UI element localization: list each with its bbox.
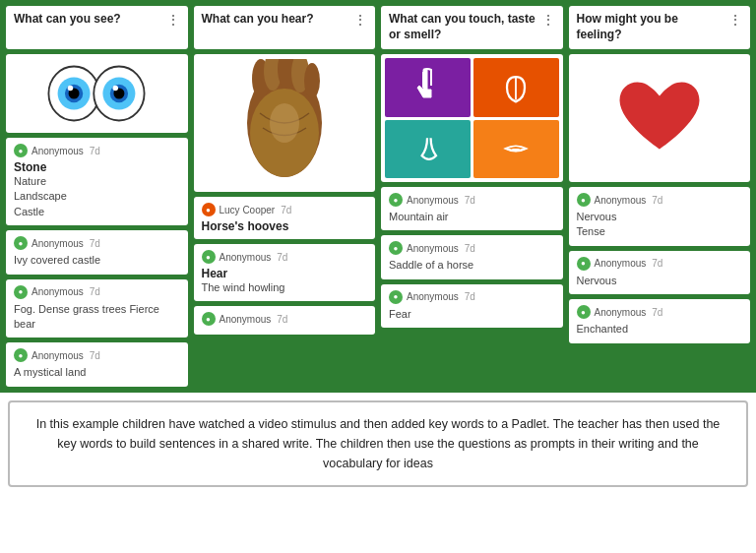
column-feeling: How might you be feeling? ⋮ ● Anonymous … [569, 6, 751, 387]
svg-point-15 [304, 63, 320, 98]
touch-card-2-time: 7d [465, 291, 475, 302]
hear-card-1-body: The wind howling [202, 280, 368, 295]
hear-card-1-title: Hear [202, 267, 368, 280]
hear-card-0-name: Lucy Cooper [220, 205, 276, 215]
see-card-1-time: 7d [90, 238, 100, 249]
column-feeling-header: How might you be feeling? ⋮ [569, 6, 751, 49]
see-card-2: ● Anonymous 7d Fog. Dense grass trees Fi… [6, 279, 188, 338]
see-card-1: ● Anonymous 7d Ivy covered castle [6, 230, 188, 274]
column-hear-title: What can you hear? [202, 12, 350, 28]
column-touch-header: What can you touch, taste or smell? ⋮ [381, 6, 563, 49]
see-card-0-avatar: ● [14, 144, 28, 157]
see-card-2-body: Fog. Dense grass trees Fierce bear [14, 302, 180, 333]
feeling-card-2-body: Enchanted [577, 322, 743, 337]
see-card-1-avatar: ● [14, 236, 28, 250]
sense-touch-icon [385, 58, 471, 117]
svg-point-17 [270, 103, 299, 143]
feeling-card-1-avatar: ● [577, 257, 591, 271]
feeling-card-1-user: ● Anonymous 7d [577, 257, 743, 271]
see-card-3-avatar: ● [14, 348, 28, 362]
column-touch-menu[interactable]: ⋮ [541, 12, 555, 28]
see-card-0-body: NatureLandscapeCastle [14, 174, 180, 219]
see-card-3-name: Anonymous [32, 350, 84, 361]
description-box: In this example children have watched a … [8, 400, 748, 487]
touch-card-1-user: ● Anonymous 7d [389, 241, 555, 255]
sense-lips-icon [473, 120, 559, 179]
feeling-card-0-avatar: ● [577, 193, 591, 207]
hear-card-1-name: Anonymous [220, 252, 272, 263]
sense-smell-icon [385, 120, 471, 179]
hear-card-2-name: Anonymous [220, 314, 272, 325]
hear-card-2-avatar: ● [202, 312, 216, 326]
hear-card-1-avatar: ● [202, 250, 216, 264]
column-see: What can you see? ⋮ [6, 6, 188, 387]
column-touch-title: What can you touch, taste or smell? [389, 12, 537, 42]
feeling-card-2-avatar: ● [577, 305, 591, 319]
ear-image-card [194, 54, 376, 192]
hear-card-2-user: ● Anonymous 7d [202, 312, 368, 326]
hear-card-1-user: ● Anonymous 7d [202, 250, 368, 264]
eyes-svg [42, 59, 151, 128]
senses-grid [381, 54, 563, 182]
feeling-card-0-user: ● Anonymous 7d [577, 193, 743, 207]
see-card-0-user: ● Anonymous 7d [14, 144, 180, 157]
eyes-image [6, 54, 188, 133]
touch-card-1-name: Anonymous [407, 243, 459, 254]
padlet-board: What can you see? ⋮ [0, 0, 756, 393]
see-card-1-body: Ivy covered castle [14, 253, 180, 268]
column-see-title: What can you see? [14, 12, 162, 28]
see-card-2-name: Anonymous [32, 286, 84, 297]
ear-svg [235, 59, 334, 187]
touch-card-2-avatar: ● [389, 290, 403, 304]
see-card-1-user: ● Anonymous 7d [14, 236, 180, 250]
feeling-card-0: ● Anonymous 7d NervousTense [569, 187, 751, 246]
eyes-image-card [6, 54, 188, 133]
feeling-card-0-body: NervousTense [577, 210, 743, 240]
see-card-3-body: A mystical land [14, 365, 180, 380]
touch-card-0-avatar: ● [389, 193, 403, 207]
ear-image [194, 54, 376, 192]
touch-card-1-time: 7d [465, 243, 475, 254]
feeling-card-1-time: 7d [652, 258, 662, 269]
sense-taste-icon [473, 58, 559, 117]
feeling-card-1-body: Nervous [577, 274, 743, 288]
touch-card-0-time: 7d [465, 195, 475, 206]
see-card-3: ● Anonymous 7d A mystical land [6, 342, 188, 386]
see-card-3-time: 7d [90, 350, 100, 361]
column-feeling-menu[interactable]: ⋮ [728, 12, 742, 28]
touch-card-0: ● Anonymous 7d Mountain air [381, 187, 563, 230]
heart-svg [615, 74, 704, 162]
feeling-card-1-name: Anonymous [595, 258, 647, 269]
touch-card-1: ● Anonymous 7d Saddle of a horse [381, 235, 563, 278]
hear-card-1-time: 7d [277, 252, 287, 263]
touch-card-0-name: Anonymous [407, 195, 459, 206]
feeling-card-2-time: 7d [652, 307, 662, 318]
touch-card-1-avatar: ● [389, 241, 403, 255]
hear-card-0-user: ● Lucy Cooper 7d [202, 203, 368, 216]
touch-card-1-body: Saddle of a horse [389, 258, 555, 273]
column-see-menu[interactable]: ⋮ [166, 12, 180, 28]
hear-card-1: ● Anonymous 7d Hear The wind howling [194, 244, 376, 301]
see-card-1-name: Anonymous [32, 238, 84, 249]
hear-card-2-time: 7d [277, 314, 287, 325]
feeling-card-1: ● Anonymous 7d Nervous [569, 251, 751, 294]
feeling-card-2: ● Anonymous 7d Enchanted [569, 299, 751, 342]
see-card-0-title: Stone [14, 160, 180, 174]
touch-card-0-body: Mountain air [389, 210, 555, 224]
column-see-header: What can you see? ⋮ [6, 6, 188, 49]
hear-card-0-title: Horse's hooves [202, 219, 368, 233]
hear-card-0-avatar: ● [202, 203, 216, 216]
description-text: In this example children have watched a … [30, 414, 726, 473]
hear-card-2: ● Anonymous 7d [194, 306, 376, 335]
svg-point-4 [68, 86, 74, 92]
touch-card-2-name: Anonymous [407, 291, 459, 302]
column-hear-menu[interactable]: ⋮ [353, 12, 367, 28]
touch-card-0-user: ● Anonymous 7d [389, 193, 555, 207]
see-card-2-time: 7d [90, 286, 100, 297]
main-container: What can you see? ⋮ [0, 0, 756, 495]
touch-card-2: ● Anonymous 7d Fear [381, 284, 563, 328]
heart-image-card [569, 54, 751, 182]
column-hear: What can you hear? ⋮ [194, 6, 376, 387]
see-card-0-name: Anonymous [32, 146, 84, 156]
see-card-2-avatar: ● [14, 285, 28, 299]
